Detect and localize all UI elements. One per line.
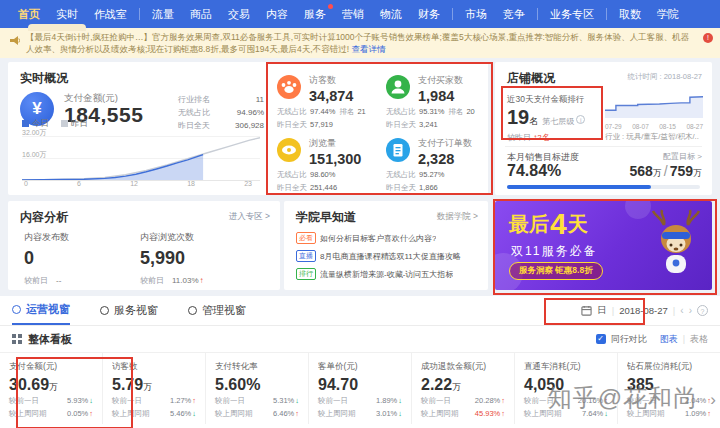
next-date-icon[interactable]: ›	[689, 305, 692, 316]
nav-divider	[139, 8, 140, 20]
nav-item-business-zone[interactable]: 业务专区	[542, 0, 602, 28]
metric-card-visitors[interactable]: 访客数 34,874 无线占比97.44%排名21 昨日全天57,919	[267, 67, 376, 130]
date-value[interactable]: 2018-08-27	[619, 305, 668, 316]
nav-item-warroom[interactable]: 作战室	[86, 0, 135, 28]
kpi-value: 30.69万	[9, 376, 93, 394]
rank-level: 第七层级	[542, 117, 574, 126]
kpi-week-stat: 较上周同期45.93%	[421, 407, 505, 420]
kpi-card-conversion[interactable]: 支付转化率 5.60% 较前一日5.31% 较上周同期6.46%	[205, 353, 308, 424]
metric-card-suborders[interactable]: 支付子订单数 2,328 无线占比95.27% 昨日全天1,866	[376, 130, 485, 193]
double11-promo-banner[interactable]: 最后4天 双11服务必备 服务洞察 钜惠8.8折	[495, 201, 712, 290]
legend-today-swatch	[22, 120, 29, 127]
nav-divider	[537, 8, 538, 20]
realtime-trend-chart[interactable]	[22, 136, 260, 180]
nav-item-finance[interactable]: 财务	[410, 0, 448, 28]
tab-operations-view[interactable]: 运营视窗	[12, 296, 70, 325]
x-tick: 12	[130, 180, 138, 187]
rank-row: 19名第七层级i	[507, 106, 585, 129]
tab-service-view[interactable]: 服务视窗	[100, 296, 158, 325]
nav-item-trade[interactable]: 交易	[220, 0, 258, 28]
must-read-tag: 必看	[296, 232, 316, 244]
nav-item-academy[interactable]: 学院	[649, 0, 687, 28]
goal-achieved: 568	[629, 163, 652, 179]
divider: |	[612, 305, 614, 316]
nav-item-traffic[interactable]: 流量	[144, 0, 182, 28]
goal-progress-bar	[507, 185, 700, 189]
kpi-card-refund[interactable]: 成功退款金额(元) 2.22万 较前一日20.28% 较上周同期45.93%	[411, 353, 514, 424]
notice-bar: 【最后4天倒计时,疯狂抢购中…】官方服务效果周查,双11必备服务工具,可实时计算…	[0, 28, 720, 58]
industry-rank-value: 11	[256, 93, 264, 106]
nav-item-data-fetch[interactable]: 取数	[611, 0, 649, 28]
help-icon[interactable]: ?	[697, 305, 708, 316]
configure-goal-link[interactable]: 配置目标 >	[663, 151, 702, 162]
nav-item-goods[interactable]: 商品	[182, 0, 220, 28]
notice-detail-link[interactable]: 查看详情	[351, 44, 385, 54]
metric-card-pageviews[interactable]: 浏览量 151,300 无线占比98.60% 昨日全天251,446	[267, 130, 376, 193]
rank-unit: 名	[529, 116, 538, 126]
peer-compare-checkbox[interactable]: ✓	[596, 334, 606, 344]
pageviews-value: 151,300	[309, 151, 372, 167]
kpi-card-payment[interactable]: 支付金额(元) 30.69万 较前一日5.93% 较上周同期0.05%	[0, 353, 102, 424]
x-tick: 23	[244, 180, 252, 187]
chart-view-link[interactable]: 图表	[660, 333, 678, 346]
nav-item-logistics[interactable]: 物流	[372, 0, 410, 28]
buyer-person-icon	[386, 75, 410, 99]
nav-item-competition[interactable]: 竞争	[495, 0, 533, 28]
visitors-yesterday-line: 昨日全天57,919	[277, 119, 372, 130]
academy-item[interactable]: 直播 8月电商直播课程精选双11大促直播攻略	[296, 250, 480, 262]
service-tab-icon	[100, 306, 109, 315]
nav-item-marketing[interactable]: 营销	[334, 0, 372, 28]
kpi-day-stat: 较前一日20.28%	[421, 394, 505, 407]
nav-item-service[interactable]: 服务	[296, 0, 334, 28]
kpi-card-visitors[interactable]: 访客数 5.79万 较前一日1.27% 较上周同期5.46%	[102, 353, 205, 424]
kpi-value: 385	[627, 376, 711, 394]
content-publish-label: 内容发布数	[24, 231, 69, 244]
content-publish-sub: 较前日--	[24, 275, 69, 286]
info-icon[interactable]: i	[576, 115, 585, 124]
kpi-card-ztc-spend[interactable]: 直通车消耗(元) 4,050 较前一日20.16% 较上周同期7.64%	[514, 353, 617, 424]
academy-link[interactable]: 数据学院 >	[437, 211, 478, 223]
suborders-yesterday-line: 昨日全天1,866	[386, 182, 481, 193]
kpi-title: 访客数	[112, 361, 196, 373]
rank-compare: 较昨日 ↑2名	[507, 132, 550, 143]
content-panel-title: 内容分析	[20, 209, 68, 226]
academy-panel: 学院早知道 数据学院 > 必看 如何分析目标客户喜欢什么内容? 直播 8月电商直…	[284, 201, 488, 290]
kpi-title: 成功退款金额(元)	[421, 361, 505, 373]
live-tag: 直播	[296, 250, 316, 262]
kpi-card-diamond-spend[interactable]: 钻石展位消耗(元) 385 较前一日2.04% 较上周同期1.09%	[617, 353, 720, 424]
nav-item-market[interactable]: 市场	[457, 0, 495, 28]
kpi-value: 2.22万	[421, 376, 505, 394]
banner-subtitle: 双11服务必备	[511, 243, 597, 260]
nav-item-service-label: 服务	[304, 8, 326, 20]
tab-label: 服务视窗	[114, 303, 158, 318]
academy-item[interactable]: 必看 如何分析目标客户喜欢什么内容?	[296, 232, 480, 244]
top-nav: 首页 实时 作战室 流量 商品 交易 内容 服务 营销 物流 财务 市场 竞争 …	[0, 0, 720, 28]
kpi-day-stat: 较前一日5.93%	[9, 394, 93, 407]
carousel-next-icon[interactable]: ›	[710, 390, 716, 410]
yesterday-total-label: 昨日全天	[178, 119, 210, 132]
notification-dot	[328, 4, 333, 9]
metric-card-buyers[interactable]: 支付买家数 1,984 无线占比95.31%排名20 昨日全天3,241	[376, 67, 485, 130]
nav-item-content[interactable]: 内容	[258, 0, 296, 28]
academy-item[interactable]: 排行 流量纵横新增来源-收藏-访问五大指标	[296, 268, 480, 280]
notice-alert-icon[interactable]: !	[703, 33, 713, 43]
date-mode[interactable]: 日	[597, 304, 607, 317]
kpi-title: 直通车消耗(元)	[524, 361, 608, 373]
date-picker: 日 | 2018-08-27 | ‹ › ?	[581, 304, 708, 317]
banner-headline: 最后4天	[509, 207, 588, 241]
dashboard-grid-icon	[12, 334, 22, 344]
table-view-link[interactable]: 表格	[690, 333, 708, 346]
tab-management-view[interactable]: 管理视窗	[188, 296, 246, 325]
enter-zone-link[interactable]: 进入专区 >	[229, 211, 270, 223]
content-publish-value: 0	[24, 248, 69, 269]
rank-trend-chart[interactable]	[605, 92, 703, 118]
kpi-card-avg-order[interactable]: 客单价(元) 94.70 较前一日1.89% 较上周同期3.01%	[308, 353, 411, 424]
kpi-cards-row: 支付金额(元) 30.69万 较前一日5.93% 较上周同期0.05% 访客数 …	[0, 352, 720, 424]
pageviews-wireless-line: 无线占比98.60%	[277, 169, 372, 180]
suborders-value: 2,328	[418, 151, 481, 167]
kpi-week-stat: 较上周同期1.09%	[627, 407, 711, 420]
pageviews-label: 浏览量	[309, 137, 372, 150]
prev-date-icon[interactable]: ‹	[680, 305, 683, 316]
calendar-icon	[581, 305, 592, 316]
goal-progress-percent: 74.84%	[507, 162, 561, 180]
